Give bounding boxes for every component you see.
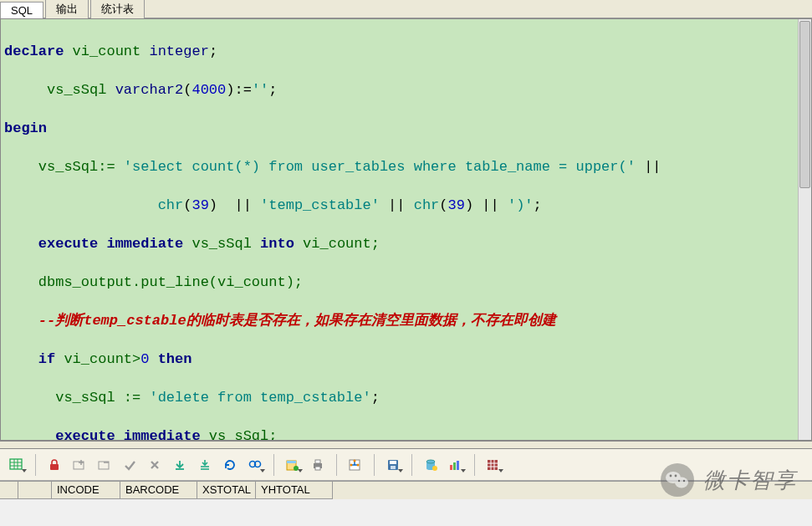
tab-output[interactable]: 输出: [45, 0, 89, 18]
separator: [35, 454, 36, 476]
kw-execute-immediate: execute immediate: [4, 428, 201, 441]
svg-point-24: [357, 463, 360, 466]
chevron-down-icon: [260, 469, 265, 472]
pane-splitter[interactable]: [0, 441, 812, 449]
semi: ;: [534, 197, 542, 213]
chevron-down-icon: [22, 469, 27, 472]
num-4000: 4000: [192, 82, 226, 98]
svg-rect-17: [287, 461, 296, 463]
svg-rect-21: [315, 467, 320, 470]
svg-rect-34: [457, 461, 459, 470]
str-temp-cstable: 'temp_cstable': [260, 197, 380, 213]
assign-vs-ssql: vs_sSql:=: [4, 159, 124, 175]
svg-point-42: [675, 477, 688, 488]
concat: ||: [380, 197, 414, 213]
table-select-button[interactable]: [5, 453, 28, 477]
lock-button[interactable]: [43, 453, 66, 477]
export-button[interactable]: [281, 453, 304, 477]
assign-vs-ssql: vs_sSql :=: [4, 390, 149, 406]
fn-chr: chr: [158, 197, 184, 213]
svg-point-31: [432, 466, 437, 471]
editor-scrollbar[interactable]: [798, 19, 811, 440]
col-barcode[interactable]: BARCODE: [120, 482, 197, 499]
paren: (: [183, 197, 192, 213]
col-xstotal[interactable]: XSTOTAL: [197, 482, 256, 499]
sql-text-button[interactable]: [344, 453, 367, 477]
separator: [336, 454, 337, 476]
svg-rect-5: [50, 464, 59, 470]
paren-cat: ) ||: [209, 197, 260, 213]
num-0: 0: [140, 351, 149, 367]
print-button[interactable]: [306, 453, 329, 477]
chart-button[interactable]: [444, 453, 467, 477]
svg-point-25: [354, 459, 356, 462]
code-content[interactable]: declare vi_count integer; vs_sSql varcha…: [1, 19, 811, 441]
svg-rect-32: [450, 465, 452, 470]
svg-point-46: [683, 480, 685, 482]
type-varchar2: varchar2: [115, 82, 184, 98]
str-select: 'select count(*) from user_tables where …: [124, 159, 636, 175]
num-39: 39: [448, 197, 465, 213]
kw-into: into: [260, 236, 294, 252]
tab-stats[interactable]: 统计表: [90, 0, 145, 18]
tab-bar: SQL 输出 统计表: [0, 0, 812, 18]
str-empty: '': [252, 82, 268, 98]
col-yhtotal[interactable]: YHTOTAL: [256, 482, 333, 499]
cond-vi-count: vi_count>: [55, 351, 140, 367]
col-incode[interactable]: INCODE: [52, 482, 120, 499]
svg-rect-33: [453, 462, 456, 470]
svg-rect-20: [315, 460, 320, 463]
sql-editor[interactable]: declare vi_count integer; vs_sSql varcha…: [0, 18, 812, 441]
kw-if: if: [4, 351, 55, 367]
find-button[interactable]: [243, 453, 267, 477]
fetch-all-button[interactable]: [193, 453, 217, 477]
svg-point-45: [678, 480, 680, 482]
semi: ;: [268, 82, 277, 98]
database-button[interactable]: [419, 453, 442, 477]
kw-declare: declare: [4, 43, 64, 59]
refresh-button[interactable]: [218, 453, 242, 477]
paren: (: [439, 197, 447, 213]
str-delete: 'delete from temp_cstable': [149, 390, 370, 406]
svg-rect-27: [390, 461, 396, 464]
add-record-button[interactable]: [68, 453, 91, 477]
dbms-output: dbms_output.put_line(vi_count);: [4, 274, 303, 290]
tab-sql[interactable]: SQL: [0, 2, 43, 18]
watermark: 微卡智享: [660, 462, 797, 498]
kw-then: then: [149, 351, 192, 367]
kw-begin: begin: [4, 120, 47, 136]
chevron-down-icon: [298, 469, 303, 472]
paren-cat: ) ||: [465, 197, 508, 213]
delete-record-button[interactable]: [93, 453, 116, 477]
separator: [374, 454, 375, 476]
col-rownum[interactable]: [0, 482, 18, 499]
col-spacer[interactable]: [18, 482, 52, 499]
var-vi-count: vi_count;: [294, 236, 380, 252]
save-button[interactable]: [381, 453, 405, 477]
scrollbar-thumb[interactable]: [799, 21, 810, 188]
separator: [273, 454, 274, 476]
svg-rect-28: [391, 466, 396, 469]
chevron-down-icon: [498, 469, 503, 472]
paren: (: [183, 82, 192, 98]
grid-options-button[interactable]: [482, 453, 505, 477]
str-close-paren: ')': [508, 197, 534, 213]
fetch-next-button[interactable]: [168, 453, 192, 477]
assign: ):=: [226, 82, 252, 98]
chevron-down-icon: [461, 469, 466, 472]
comment-temp-table: --判断temp_cstable的临时表是否存在，如果存在清空里面数据，不存在即…: [4, 313, 556, 329]
var-vs-ssql: vs_sSql: [183, 236, 260, 252]
commit-button[interactable]: [118, 453, 141, 477]
chevron-down-icon: [398, 469, 403, 472]
wechat-icon: [660, 462, 695, 498]
svg-rect-0: [10, 459, 22, 469]
semi: ;: [371, 390, 380, 406]
num-39: 39: [192, 197, 208, 213]
separator: [411, 454, 412, 476]
svg-point-44: [675, 475, 677, 477]
svg-point-43: [670, 475, 672, 477]
watermark-text: 微卡智享: [703, 466, 797, 495]
fn-chr: chr: [414, 197, 440, 213]
var-vi-count: vi_count: [64, 43, 149, 59]
rollback-button[interactable]: [143, 453, 166, 477]
